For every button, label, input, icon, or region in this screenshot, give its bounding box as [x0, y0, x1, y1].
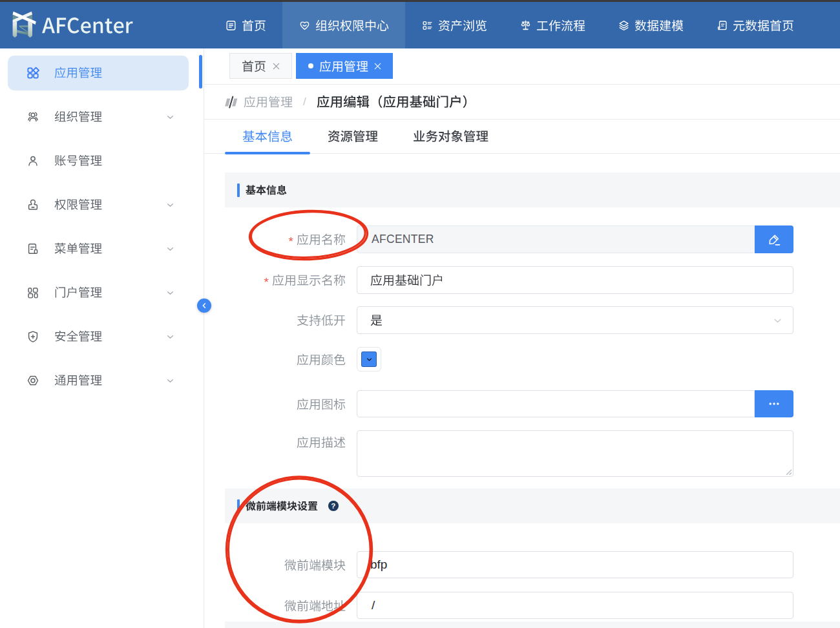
- sidebar-item-label: [54, 110, 102, 123]
- topnav-item-4[interactable]: [602, 2, 700, 48]
- topnav: [209, 2, 810, 48]
- section-header: [225, 173, 840, 207]
- swatch-chevron-icon: [365, 355, 373, 364]
- content: / * AFCENTER * ? bfp /: [204, 48, 840, 628]
- description-textarea[interactable]: [357, 430, 793, 477]
- micro-url-input[interactable]: /: [357, 592, 793, 619]
- layers-icon: [618, 19, 630, 32]
- section-header: ?: [225, 488, 840, 523]
- page-tab-0[interactable]: [225, 120, 310, 153]
- logo[interactable]: [0, 2, 142, 48]
- topnav-item-label: [438, 19, 487, 32]
- user-icon: [26, 154, 40, 168]
- micro-url-value: /: [372, 598, 375, 612]
- micro-module-value: bfp: [370, 558, 387, 572]
- required-asterisk: *: [289, 235, 293, 249]
- sidebar-item-chevron: [165, 200, 176, 211]
- ellipsis-icon: [766, 395, 782, 412]
- chevron-down-icon: [165, 200, 176, 211]
- sidebar-item-chevron: [165, 288, 176, 298]
- close-icon[interactable]: [374, 63, 381, 70]
- topnav-item-label: [315, 19, 389, 32]
- app-icon-input[interactable]: [357, 390, 755, 417]
- tab-app-management[interactable]: [296, 53, 393, 79]
- sidebar-item-3[interactable]: [8, 187, 189, 222]
- display-name-input[interactable]: [357, 266, 793, 294]
- sidebar-collapse-button[interactable]: [197, 298, 211, 313]
- section-accent-bar: [237, 183, 240, 197]
- sidebar-item-1[interactable]: [8, 99, 189, 134]
- required-asterisk: *: [264, 275, 269, 289]
- select-chevron: [772, 315, 784, 327]
- sidebar-item-0[interactable]: [8, 56, 189, 90]
- page-tab-1[interactable]: [310, 120, 395, 153]
- heart-smile-icon: [299, 19, 311, 32]
- topnav-item-5[interactable]: [700, 2, 810, 48]
- page-tabs: [204, 120, 840, 154]
- tab-home[interactable]: [229, 53, 292, 79]
- tab-label: [319, 60, 368, 72]
- color-picker[interactable]: [357, 347, 381, 372]
- low-code-select[interactable]: [357, 306, 793, 334]
- chevron-down-icon: [165, 375, 176, 386]
- sidebar-item-5[interactable]: [8, 275, 189, 310]
- sidebar-item-chevron: [165, 375, 176, 386]
- color-swatch: [361, 351, 377, 367]
- sidebar-item-label: [54, 330, 102, 342]
- tabstrip: [204, 48, 840, 85]
- sidebar-item-label: [54, 198, 102, 211]
- list-items-icon: [421, 19, 434, 32]
- topnav-item-label: [733, 19, 794, 32]
- document-lines-icon: [225, 19, 237, 32]
- field-label: *: [204, 266, 346, 294]
- page-tab-2[interactable]: [395, 120, 506, 153]
- sidebar-item-label: [54, 154, 102, 167]
- field-label: [204, 347, 346, 372]
- sidebar-scrollbar-thumb[interactable]: [199, 55, 202, 89]
- breadcrumb: /: [204, 85, 840, 120]
- topbar: [0, 2, 840, 48]
- more-button[interactable]: [755, 390, 793, 417]
- edit-button[interactable]: [755, 225, 793, 253]
- breadcrumb-parent[interactable]: [244, 96, 293, 108]
- edit-pencil-icon: [766, 231, 782, 248]
- sidebar-item-4[interactable]: [8, 231, 189, 266]
- logo-text: [42, 15, 133, 36]
- active-tab-dot: [308, 63, 313, 68]
- topnav-item-3[interactable]: [503, 2, 602, 48]
- sidebar-item-2[interactable]: [8, 143, 189, 178]
- textarea-resize-icon[interactable]: [783, 466, 792, 476]
- tab-label: [242, 60, 266, 72]
- topnav-item-0[interactable]: [209, 2, 282, 48]
- help-icon[interactable]: ?: [328, 501, 339, 511]
- sidebar-item-6[interactable]: [8, 319, 189, 354]
- app-name-input[interactable]: AFCENTER: [357, 225, 755, 253]
- select-chevron-icon: [772, 315, 784, 327]
- afcenter-logo-icon: [12, 11, 36, 38]
- breadcrumb-separator: /: [299, 96, 310, 109]
- field-label: [204, 390, 346, 417]
- shield-plus-icon: [26, 330, 40, 344]
- sidebar-item-label: [54, 242, 102, 255]
- topnav-item-2[interactable]: [405, 2, 503, 48]
- close-icon[interactable]: [273, 63, 280, 70]
- section-accent-bar: [237, 499, 240, 513]
- chevron-down-icon: [165, 112, 176, 123]
- next-section-strip: [225, 622, 840, 628]
- dashboard-icon: [26, 286, 40, 300]
- sidebar-item-label: [54, 374, 102, 386]
- form-area: * AFCENTER * ? bfp /: [204, 154, 840, 628]
- field-label: [204, 592, 346, 619]
- stamp-icon: [26, 198, 40, 212]
- field-label: [204, 551, 346, 578]
- sidebar-item-7[interactable]: [8, 363, 189, 398]
- sidebar-item-chevron: [165, 112, 176, 123]
- topnav-item-1[interactable]: [282, 2, 405, 48]
- topnav-item-label: [536, 19, 585, 32]
- topnav-item-label: [635, 19, 684, 32]
- chevron-down-icon: [165, 288, 176, 298]
- bill-icon: [26, 242, 40, 256]
- topnav-item-label: [242, 19, 266, 32]
- micro-module-input[interactable]: bfp: [357, 551, 793, 578]
- team-icon: [26, 110, 40, 124]
